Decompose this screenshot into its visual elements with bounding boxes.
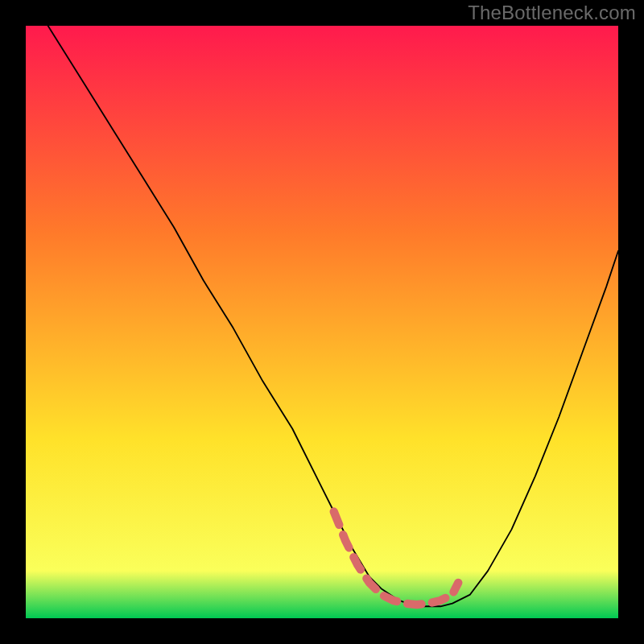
optimal-range-marker <box>334 512 459 605</box>
chart-frame: TheBottleneck.com <box>0 0 644 644</box>
plot-area <box>26 26 618 618</box>
annotation-layer <box>26 26 618 618</box>
watermark-text: TheBottleneck.com <box>468 2 636 24</box>
